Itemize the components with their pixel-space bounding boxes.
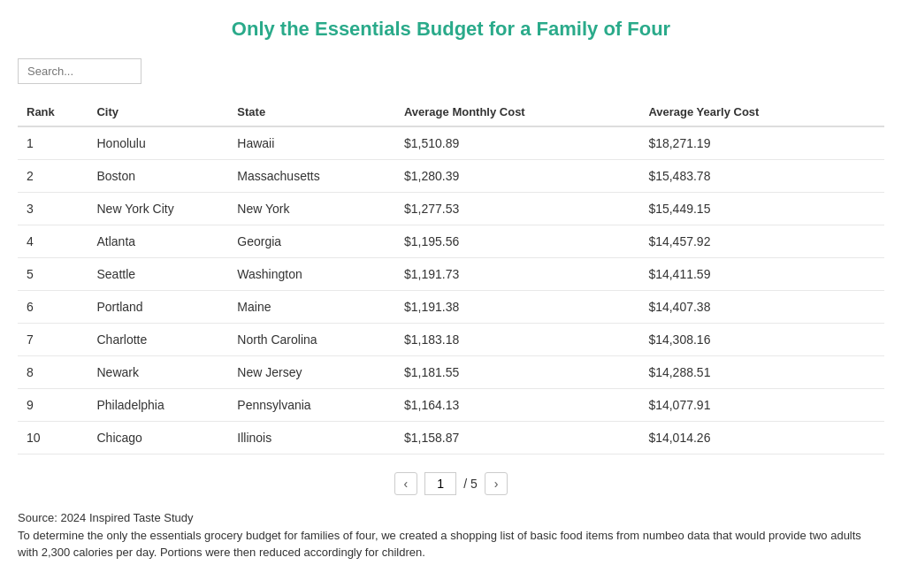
cell-monthly: $1,277.53 <box>395 193 639 225</box>
cell-state: New York <box>228 193 395 225</box>
cell-state: Pennsylvania <box>228 389 395 422</box>
cell-rank: 1 <box>18 126 88 160</box>
cell-rank: 4 <box>18 225 88 258</box>
cell-monthly: $1,183.18 <box>395 324 639 356</box>
cell-yearly: $15,483.78 <box>639 160 884 193</box>
cell-city: Philadelphia <box>88 389 228 422</box>
cell-rank: 5 <box>18 258 88 291</box>
page-title: Only the Essentials Budget for a Family … <box>18 18 884 41</box>
cell-monthly: $1,181.55 <box>395 356 639 389</box>
cell-state: Hawaii <box>228 126 395 160</box>
cell-state: Georgia <box>228 225 395 258</box>
header-yearly: Average Yearly Cost <box>639 98 884 126</box>
cell-rank: 8 <box>18 356 88 389</box>
cell-city: Boston <box>88 160 228 193</box>
cell-rank: 10 <box>18 422 88 454</box>
cell-city: Charlotte <box>88 324 228 356</box>
table-row: 1 Honolulu Hawaii $1,510.89 $18,271.19 <box>18 126 884 160</box>
cell-rank: 6 <box>18 291 88 324</box>
cell-yearly: $14,411.59 <box>639 258 884 291</box>
header-city: City <box>88 98 228 126</box>
cell-monthly: $1,280.39 <box>395 160 639 193</box>
table-header-row: Rank City State Average Monthly Cost Ave… <box>18 98 884 126</box>
table-row: 8 Newark New Jersey $1,181.55 $14,288.51 <box>18 356 884 389</box>
pagination: ‹ / 5 › <box>18 472 884 495</box>
cell-state: New Jersey <box>228 356 395 389</box>
table-row: 3 New York City New York $1,277.53 $15,4… <box>18 193 884 225</box>
cell-state: Illinois <box>228 422 395 454</box>
data-table: Rank City State Average Monthly Cost Ave… <box>18 98 884 454</box>
source-line1: Source: 2024 Inspired Taste Study <box>18 509 884 527</box>
cell-state: Washington <box>228 258 395 291</box>
header-rank: Rank <box>18 98 88 126</box>
cell-state: Massachusetts <box>228 160 395 193</box>
cell-city: Chicago <box>88 422 228 454</box>
header-monthly: Average Monthly Cost <box>395 98 639 126</box>
cell-state: Maine <box>228 291 395 324</box>
cell-state: North Carolina <box>228 324 395 356</box>
cell-yearly: $14,308.16 <box>639 324 884 356</box>
header-state: State <box>228 98 395 126</box>
cell-rank: 7 <box>18 324 88 356</box>
cell-monthly: $1,195.56 <box>395 225 639 258</box>
cell-yearly: $14,457.92 <box>639 225 884 258</box>
cell-monthly: $1,191.73 <box>395 258 639 291</box>
cell-yearly: $14,288.51 <box>639 356 884 389</box>
source-line2: To determine the only the essentials gro… <box>18 527 884 561</box>
cell-yearly: $14,407.38 <box>639 291 884 324</box>
cell-city: New York City <box>88 193 228 225</box>
cell-monthly: $1,164.13 <box>395 389 639 422</box>
cell-city: Honolulu <box>88 126 228 160</box>
cell-monthly: $1,191.38 <box>395 291 639 324</box>
table-row: 7 Charlotte North Carolina $1,183.18 $14… <box>18 324 884 356</box>
cell-yearly: $15,449.15 <box>639 193 884 225</box>
prev-button[interactable]: ‹ <box>394 472 418 495</box>
cell-yearly: $18,271.19 <box>639 126 884 160</box>
table-row: 9 Philadelphia Pennsylvania $1,164.13 $1… <box>18 389 884 422</box>
next-button[interactable]: › <box>485 472 508 495</box>
cell-city: Seattle <box>88 258 228 291</box>
source-text: Source: 2024 Inspired Taste Study To det… <box>18 509 884 561</box>
search-input[interactable] <box>18 58 141 84</box>
table-row: 4 Atlanta Georgia $1,195.56 $14,457.92 <box>18 225 884 258</box>
cell-city: Newark <box>88 356 228 389</box>
cell-monthly: $1,158.87 <box>395 422 639 454</box>
table-body: 1 Honolulu Hawaii $1,510.89 $18,271.19 2… <box>18 126 884 454</box>
cell-yearly: $14,014.26 <box>639 422 884 454</box>
table-row: 6 Portland Maine $1,191.38 $14,407.38 <box>18 291 884 324</box>
table-row: 2 Boston Massachusetts $1,280.39 $15,483… <box>18 160 884 193</box>
cell-monthly: $1,510.89 <box>395 126 639 160</box>
page-input[interactable] <box>424 472 456 495</box>
cell-rank: 3 <box>18 193 88 225</box>
cell-rank: 9 <box>18 389 88 422</box>
cell-city: Atlanta <box>88 225 228 258</box>
page-total: / 5 <box>463 477 478 491</box>
cell-city: Portland <box>88 291 228 324</box>
cell-rank: 2 <box>18 160 88 193</box>
cell-yearly: $14,077.91 <box>639 389 884 422</box>
table-row: 5 Seattle Washington $1,191.73 $14,411.5… <box>18 258 884 291</box>
table-row: 10 Chicago Illinois $1,158.87 $14,014.26 <box>18 422 884 454</box>
